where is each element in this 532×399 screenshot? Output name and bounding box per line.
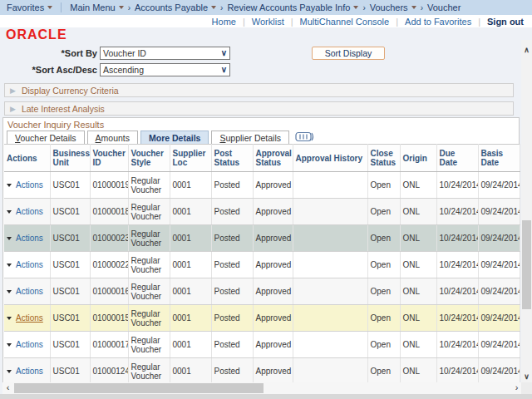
cell-close-status: Open bbox=[367, 252, 400, 278]
vertical-scrollbar[interactable]: ∧ ∨ bbox=[521, 40, 532, 382]
cell-actions: Actions bbox=[4, 358, 50, 385]
cell-approval-history bbox=[293, 172, 367, 199]
header-link[interactable]: Home bbox=[212, 17, 236, 27]
header-link[interactable]: MultiChannel Console bbox=[300, 17, 390, 27]
cell-voucher-id: 01000019 bbox=[90, 172, 128, 199]
voucher-table-body: ActionsUSC0101000019Regular Voucher0001P… bbox=[4, 172, 520, 385]
header-link[interactable]: Add to Favorites bbox=[405, 17, 471, 27]
sign-out-link[interactable]: Sign out bbox=[487, 17, 524, 27]
scrollbar-corner bbox=[521, 382, 532, 394]
cell-supplier-loc: 0001 bbox=[170, 199, 211, 225]
cell-origin: ONL bbox=[400, 305, 436, 332]
sort-by-value: Voucher ID bbox=[103, 48, 146, 58]
actions-link[interactable]: Actions bbox=[16, 234, 43, 243]
sort-dir-select[interactable]: Ascending ∨ bbox=[100, 63, 230, 76]
section-late-interest-analysis[interactable]: ▶ Late Interest Analysis bbox=[4, 101, 514, 116]
chevron-down-icon: ∨ bbox=[221, 47, 227, 59]
column-header: Post Status bbox=[211, 145, 253, 172]
oracle-logo: ORACLE bbox=[6, 27, 67, 42]
table-row: ActionsUSC0101000018Regular Voucher0001P… bbox=[4, 199, 520, 225]
dropdown-caret-icon bbox=[47, 6, 52, 9]
cell-post-status: Posted bbox=[211, 252, 253, 278]
cell-voucher-id: 01000023 bbox=[90, 225, 128, 252]
cell-voucher-style: Regular Voucher bbox=[128, 225, 170, 252]
cell-approval-history bbox=[293, 305, 367, 332]
cell-supplier-loc: 0001 bbox=[170, 305, 211, 332]
section-label: Display Currency Criteria bbox=[22, 86, 119, 96]
voucher-inquiry-page: FavoritesMain Menu›Accounts Payable›Revi… bbox=[0, 0, 532, 399]
sort-by-select[interactable]: Voucher ID ∨ bbox=[100, 47, 230, 60]
cell-approval-history bbox=[293, 225, 367, 252]
cell-basis-date: 09/24/2014 bbox=[478, 225, 520, 252]
cell-actions: Actions bbox=[4, 278, 50, 305]
breadcrumb-item[interactable]: Main Menu bbox=[70, 2, 123, 12]
section-display-currency-criteria[interactable]: ▶ Display Currency Criteria bbox=[4, 83, 514, 97]
actions-link[interactable]: Actions bbox=[16, 180, 43, 190]
table-row: ActionsUSC0101000022Regular Voucher0001P… bbox=[4, 252, 520, 278]
cell-basis-date: 09/24/2014 bbox=[478, 199, 520, 225]
scroll-left-icon[interactable]: ‹ bbox=[2, 382, 13, 394]
horizontal-scrollbar[interactable]: ‹ › bbox=[2, 382, 522, 394]
breadcrumb-favorites[interactable]: Favorites bbox=[7, 2, 52, 12]
sort-display-button[interactable]: Sort Display bbox=[312, 47, 385, 60]
cell-origin: ONL bbox=[400, 172, 436, 199]
actions-link[interactable]: Actions bbox=[16, 287, 43, 296]
cell-basis-date: 09/24/2014 bbox=[478, 305, 520, 332]
cell-supplier-loc: 0001 bbox=[170, 225, 211, 252]
scroll-up-icon[interactable]: ∧ bbox=[521, 45, 532, 56]
cell-due-date: 10/24/2014 bbox=[436, 252, 478, 278]
tab-label: Supplier Details bbox=[219, 133, 281, 143]
link-divider: | bbox=[478, 17, 480, 27]
cell-post-status: Posted bbox=[211, 358, 253, 385]
cell-actions: Actions bbox=[4, 172, 50, 199]
actions-caret-icon bbox=[7, 184, 12, 187]
cell-actions: Actions bbox=[4, 252, 50, 278]
cell-business-unit: USC01 bbox=[50, 252, 90, 278]
breadcrumb-item[interactable]: Voucher bbox=[427, 2, 461, 12]
breadcrumb-item[interactable]: Vouchers bbox=[370, 2, 416, 12]
cell-due-date: 10/24/2014 bbox=[436, 172, 478, 199]
actions-link[interactable]: Actions bbox=[16, 207, 43, 216]
cell-close-status: Open bbox=[367, 225, 400, 252]
link-divider: | bbox=[291, 17, 293, 27]
table-row: ActionsUSC0101000017Regular Voucher0001P… bbox=[4, 332, 520, 358]
breadcrumb-item[interactable]: Review Accounts Payable Info bbox=[227, 2, 358, 12]
actions-link[interactable]: Actions bbox=[16, 367, 43, 376]
cell-approval-history bbox=[293, 278, 367, 305]
scroll-down-icon[interactable]: ∨ bbox=[521, 372, 532, 382]
actions-link[interactable]: Actions bbox=[16, 313, 43, 323]
vertical-scrollbar-thumb[interactable] bbox=[522, 220, 531, 309]
cell-voucher-style: Regular Voucher bbox=[128, 305, 170, 332]
cell-close-status: Open bbox=[367, 199, 400, 225]
horizontal-scrollbar-thumb[interactable] bbox=[14, 383, 264, 393]
cell-approval-status: Approved bbox=[253, 332, 293, 358]
cell-origin: ONL bbox=[400, 225, 436, 252]
header-link[interactable]: Worklist bbox=[252, 17, 284, 27]
cell-post-status: Posted bbox=[211, 332, 253, 358]
cell-close-status: Open bbox=[367, 278, 400, 305]
cell-approval-status: Approved bbox=[253, 358, 293, 385]
cell-approval-status: Approved bbox=[253, 199, 293, 225]
table-row: ActionsUSC0101000016Regular Voucher0001P… bbox=[4, 278, 520, 305]
column-header: Close Status bbox=[367, 145, 400, 172]
link-divider: | bbox=[396, 17, 398, 27]
cell-voucher-id: 01000016 bbox=[90, 278, 128, 305]
actions-link[interactable]: Actions bbox=[16, 260, 43, 269]
cell-approval-status: Approved bbox=[253, 252, 293, 278]
breadcrumb-item[interactable]: Accounts Payable bbox=[135, 2, 216, 12]
cell-voucher-style: Regular Voucher bbox=[128, 358, 170, 385]
cell-post-status: Posted bbox=[211, 278, 253, 305]
cell-supplier-loc: 0001 bbox=[170, 252, 211, 278]
link-divider: | bbox=[243, 17, 245, 27]
actions-link[interactable]: Actions bbox=[16, 340, 43, 349]
voucher-table-header: ActionsBusiness UnitVoucher IDVoucher St… bbox=[4, 145, 520, 172]
cell-actions: Actions bbox=[4, 305, 50, 332]
cell-actions: Actions bbox=[4, 225, 50, 252]
breadcrumb-divider bbox=[61, 2, 62, 12]
breadcrumb: FavoritesMain Menu›Accounts Payable›Revi… bbox=[0, 0, 532, 15]
cell-basis-date: 09/24/2014 bbox=[478, 332, 520, 358]
section-label: Late Interest Analysis bbox=[22, 104, 105, 114]
cell-voucher-id: 01000015 bbox=[90, 305, 128, 332]
column-header: Business Unit bbox=[50, 145, 90, 172]
cell-close-status: Open bbox=[367, 305, 400, 332]
